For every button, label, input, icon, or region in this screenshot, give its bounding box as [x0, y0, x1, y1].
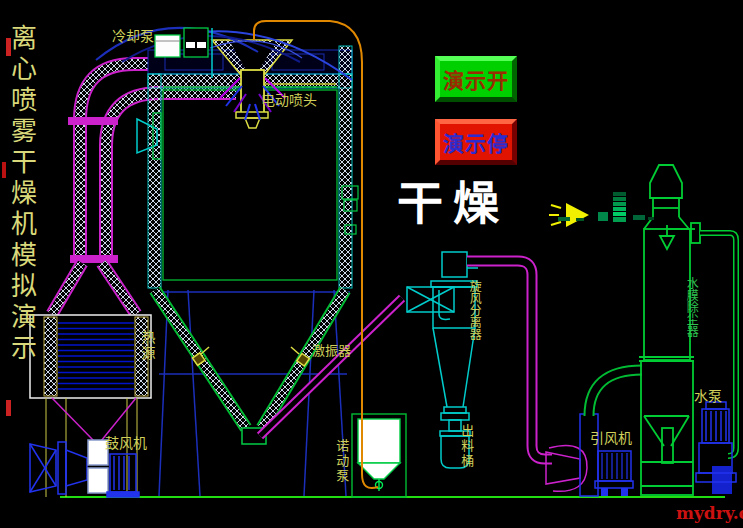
water-pump	[696, 402, 736, 494]
play-arrow-icon	[549, 203, 589, 227]
induced-draft-fan	[546, 414, 633, 496]
label-water-pump: 水泵	[694, 389, 722, 404]
watermark: mydry.cn	[676, 504, 743, 523]
page-title: 离心喷雾干燥机模拟演示	[7, 24, 36, 365]
cold-air-pipes	[52, 64, 236, 314]
label-discharge-barrel: 出料桶	[459, 424, 473, 469]
feed-tank-and-pump	[352, 414, 406, 497]
label-vibrator: 激振器	[312, 344, 351, 358]
label-peristaltic-pump: 诺动泵	[334, 439, 348, 484]
label-cooling-pump: 冷却泵	[112, 29, 154, 44]
fan-outlet-duct	[589, 370, 642, 416]
sprinkler-icon	[660, 236, 674, 249]
spray-dryer-simulation-screen: 离心喷雾干燥机模拟演示 冷却泵 电动喷头 热源 激振器 鼓风机 诺动泵 出料桶 …	[0, 0, 743, 528]
demo-stop-button[interactable]: 演示停	[435, 119, 517, 165]
label-water-film-dust-collector: 水膜除尘器	[684, 277, 697, 337]
label-heat-source: 热源	[139, 330, 154, 362]
label-induced-draft-fan: 引风机	[590, 431, 632, 446]
label-spray-head: 电动喷头	[261, 93, 317, 108]
pipe-damper	[68, 117, 118, 125]
drying-status-text: 干燥	[397, 178, 509, 229]
label-cyclone-separator: 旋风分离器	[467, 280, 480, 340]
label-blower: 鼓风机	[105, 436, 147, 451]
demo-start-button[interactable]: 演示开	[435, 56, 517, 102]
